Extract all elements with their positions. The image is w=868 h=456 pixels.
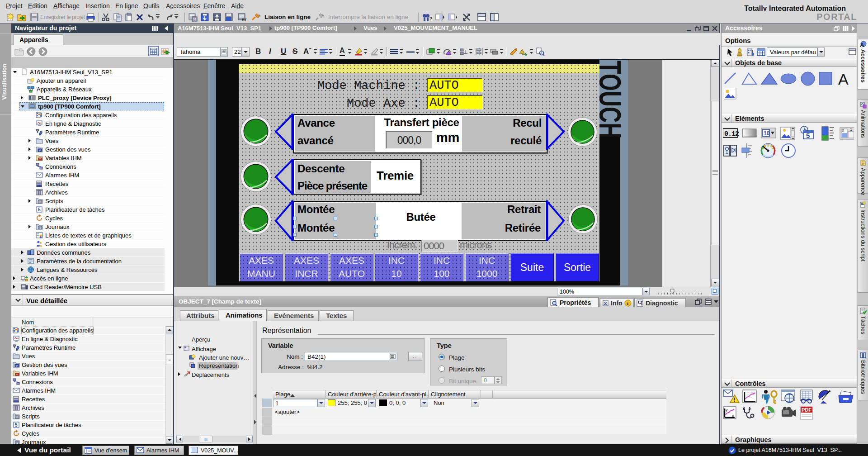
svg-text:5: 5 [38,207,41,212]
svg-text:!: ! [733,396,735,403]
svg-text:0.12: 0.12 [724,130,739,138]
svg-text:i: i [604,301,606,306]
svg-text:RT: RT [242,18,247,22]
svg-text:5: 5 [15,423,18,428]
svg-text:?: ? [429,16,432,21]
svg-text:A: A [838,71,849,86]
svg-text:0: 0 [842,128,844,133]
svg-text:10: 10 [764,130,770,137]
svg-text:1: 1 [850,127,852,132]
svg-text:5: 5 [806,132,810,139]
svg-text:y: y [726,408,728,412]
svg-text:A: A [860,42,864,48]
svg-text:01: 01 [193,18,197,21]
svg-text:x: x [732,413,734,418]
svg-text:PDF: PDF [802,407,811,413]
svg-text:V: V [16,365,18,367]
svg-text:i: i [627,300,628,306]
svg-text:V: V [39,149,41,152]
